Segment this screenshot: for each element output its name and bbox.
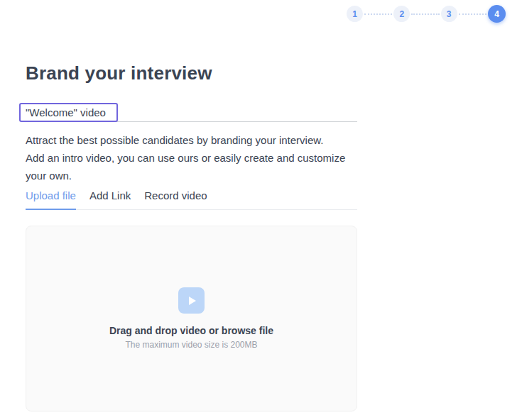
step-3[interactable]: 3 (441, 6, 457, 22)
description-line: Attract the best possible candidates by … (26, 131, 357, 149)
play-triangle-icon (189, 297, 196, 305)
description-line: Add an intro video, you can use ours or … (26, 149, 357, 167)
step-connector (364, 13, 392, 15)
stepper: 1 2 3 4 (347, 5, 506, 23)
step-2[interactable]: 2 (393, 6, 410, 22)
main-content: Brand your interview Attract the best po… (26, 0, 357, 411)
tab-upload-file[interactable]: Upload file (26, 189, 76, 210)
dropzone-primary-text: Drag and drop video or browse file (109, 325, 273, 336)
step-connector (411, 13, 439, 15)
step-connector (459, 13, 486, 15)
video-dropzone[interactable]: Drag and drop video or browse file The m… (26, 226, 357, 411)
page-title: Brand your interview (26, 62, 357, 84)
video-title-input[interactable] (19, 103, 118, 122)
description: Attract the best possible candidates by … (26, 131, 357, 184)
step-4[interactable]: 4 (488, 5, 506, 23)
dropzone-secondary-text: The maximum video size is 200MB (125, 340, 257, 350)
tab-add-link[interactable]: Add Link (89, 189, 131, 209)
play-icon (178, 287, 205, 314)
tab-record-video[interactable]: Record video (144, 189, 207, 209)
tab-bar: Upload file Add Link Record video (26, 189, 357, 210)
description-line: your own. (26, 167, 357, 184)
video-title-field (26, 103, 357, 122)
